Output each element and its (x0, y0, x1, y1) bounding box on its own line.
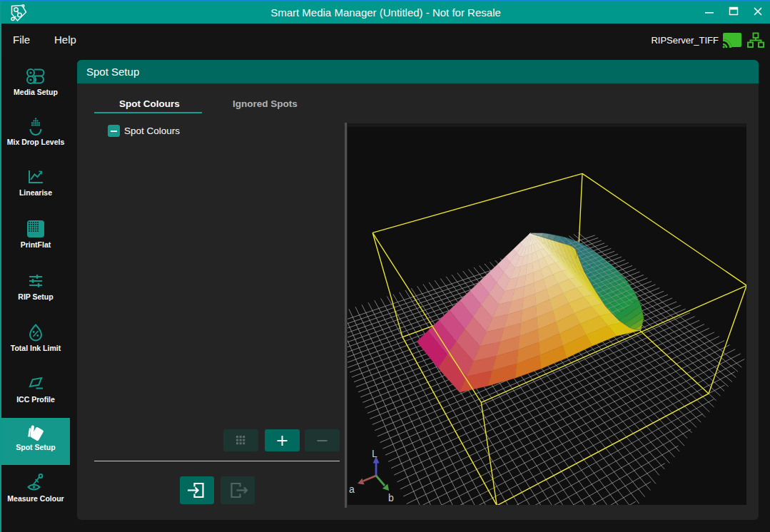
svg-text:a: a (349, 484, 355, 495)
svg-text:L: L (372, 448, 378, 459)
svg-text:b: b (388, 492, 394, 503)
